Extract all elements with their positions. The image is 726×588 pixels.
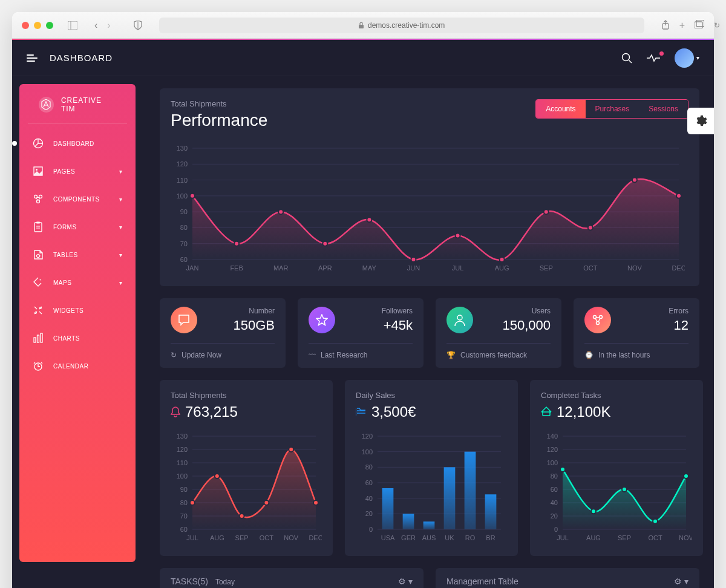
sidebar-item-forms[interactable]: FORMS▾ — [19, 213, 136, 241]
tab-purchases[interactable]: Purchases — [586, 100, 639, 118]
svg-point-49 — [278, 209, 283, 214]
stat-footer-icon: 🏆 — [446, 351, 456, 359]
stat-icon — [584, 307, 611, 333]
back-button[interactable]: ‹ — [94, 20, 97, 31]
sidebar-item-label: TABLES — [53, 252, 78, 258]
sidebar-item-components[interactable]: COMPONENTS▾ — [19, 185, 136, 213]
tab-accounts[interactable]: Accounts — [536, 100, 585, 118]
share-icon[interactable] — [661, 20, 670, 31]
tasks-gear-icon[interactable]: ⚙ ▾ — [398, 577, 413, 586]
new-tab-icon[interactable]: + — [679, 20, 685, 31]
svg-point-54 — [500, 257, 505, 262]
svg-point-48 — [234, 241, 239, 246]
menu-toggle-button[interactable] — [27, 54, 38, 62]
sidebar-toggle-icon[interactable] — [68, 21, 77, 30]
tab-sessions[interactable]: Sessions — [639, 100, 688, 118]
chevron-down-icon: ▾ — [119, 168, 123, 175]
svg-rect-19 — [34, 223, 42, 232]
sidebar-item-maps[interactable]: MAPS▾ — [19, 269, 136, 296]
notifications-icon[interactable] — [647, 54, 660, 62]
sidebar-item-charts[interactable]: CHARTS — [19, 324, 136, 352]
sidebar-item-widgets[interactable]: WIDGETS — [19, 296, 136, 324]
mini-value: 763,215 — [171, 403, 322, 420]
url-bar[interactable]: demos.creative-tim.com ↻ — [159, 18, 644, 33]
settings-gear-button[interactable] — [687, 108, 714, 134]
svg-text:UK: UK — [445, 534, 454, 541]
stat-footer-icon: ⌚ — [584, 351, 594, 359]
management-gear-icon[interactable]: ⚙ ▾ — [674, 577, 688, 586]
svg-text:AUG: AUG — [210, 534, 224, 541]
stat-icon — [171, 307, 197, 333]
privacy-shield-icon[interactable] — [134, 21, 142, 30]
svg-line-9 — [629, 60, 632, 63]
svg-text:80: 80 — [551, 472, 558, 480]
svg-text:JUN: JUN — [407, 264, 420, 272]
search-icon[interactable] — [621, 53, 632, 64]
svg-text:130: 130 — [177, 145, 188, 152]
svg-point-73 — [600, 316, 603, 319]
management-table-card-header[interactable]: Management Table ⚙ ▾ — [436, 568, 699, 588]
tabs-overview-icon[interactable] — [695, 20, 704, 31]
svg-text:90: 90 — [180, 486, 188, 493]
tasks-card-header[interactable]: TASKS(5) Today ⚙ ▾ — [160, 568, 424, 588]
svg-point-74 — [597, 322, 600, 325]
stat-card-errors: Errors12⌚In the last hours — [574, 298, 699, 368]
chevron-down-icon: ▾ — [119, 196, 123, 203]
svg-rect-0 — [68, 21, 77, 30]
svg-text:20: 20 — [365, 510, 373, 517]
performance-title: Performance — [171, 111, 267, 130]
brand-link[interactable]: CREATIVE TIM — [28, 94, 127, 123]
mini-subtitle: Completed Tasks — [541, 391, 692, 400]
svg-text:100: 100 — [362, 448, 373, 456]
stat-footer-icon: 〰 — [309, 351, 316, 359]
stat-footer-link[interactable]: 🏆Customers feedback — [446, 343, 551, 359]
sidebar-icon — [33, 333, 44, 344]
page-title: DASHBOARD — [50, 53, 113, 63]
svg-point-12 — [36, 169, 38, 171]
svg-text:AUG: AUG — [495, 264, 509, 272]
svg-text:AUS: AUS — [422, 534, 436, 541]
svg-text:60: 60 — [180, 256, 188, 263]
sidebar-item-tables[interactable]: TABLES▾ — [19, 241, 136, 269]
forward-button[interactable]: › — [107, 20, 110, 31]
svg-text:SEP: SEP — [540, 264, 553, 272]
svg-point-47 — [190, 194, 195, 198]
svg-text:100: 100 — [547, 459, 558, 466]
stat-footer-icon: ↻ — [171, 351, 177, 359]
browser-toolbar: ‹ › demos.creative-tim.com ↻ + — [12, 12, 714, 39]
svg-text:80: 80 — [365, 463, 373, 471]
sidebar-item-label: DASHBOARD — [53, 140, 94, 147]
mini-card-0: Total Shipments763,215607080901001101201… — [160, 380, 333, 556]
svg-rect-28 — [38, 335, 39, 342]
svg-point-152 — [653, 519, 658, 524]
svg-text:JUL: JUL — [452, 264, 464, 272]
window-maximize-button[interactable] — [46, 22, 53, 29]
svg-text:40: 40 — [365, 495, 373, 502]
user-menu-button[interactable]: ▾ — [675, 48, 699, 68]
svg-text:40: 40 — [551, 499, 558, 506]
svg-rect-125 — [485, 494, 497, 529]
svg-point-98 — [289, 447, 293, 452]
svg-point-153 — [684, 474, 688, 479]
window-close-button[interactable] — [22, 22, 29, 29]
sidebar-item-pages[interactable]: PAGES▾ — [19, 157, 136, 185]
sidebar-item-label: FORMS — [53, 224, 77, 230]
sidebar-item-calendar[interactable]: CALENDAR — [19, 352, 136, 380]
stat-footer-link[interactable]: ⌚In the last hours — [584, 343, 688, 359]
svg-point-94 — [190, 500, 195, 505]
svg-rect-6 — [695, 22, 702, 28]
stat-footer-link[interactable]: ↻Update Now — [171, 343, 275, 359]
svg-point-57 — [632, 178, 637, 183]
svg-text:JUL: JUL — [186, 534, 198, 541]
svg-text:USA: USA — [381, 534, 395, 541]
stat-footer-link[interactable]: 〰Last Research — [309, 343, 413, 359]
stat-card-followers: Followers+45k〰Last Research — [298, 298, 424, 368]
window-minimize-button[interactable] — [34, 22, 41, 29]
svg-text:90: 90 — [180, 208, 188, 215]
svg-point-150 — [591, 509, 596, 514]
svg-text:100: 100 — [177, 472, 188, 480]
svg-text:0: 0 — [369, 526, 373, 533]
stat-value: 150,000 — [502, 318, 551, 333]
sidebar-item-dashboard[interactable]: DASHBOARD — [19, 129, 136, 157]
svg-text:JAN: JAN — [186, 264, 199, 272]
